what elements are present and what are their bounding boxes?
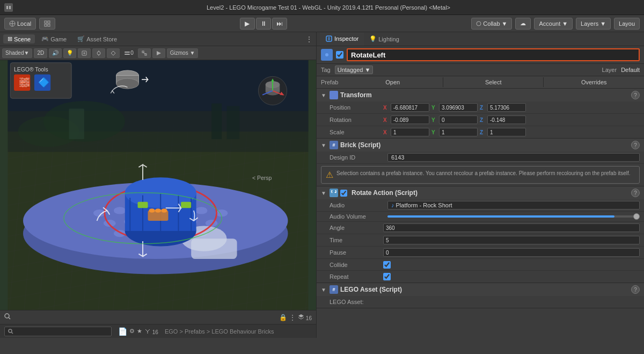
lock-icon[interactable]: 🔒	[279, 314, 287, 321]
gameobject-active-checkbox[interactable]	[336, 51, 343, 59]
svg-point-33	[114, 207, 126, 214]
account-button[interactable]: Account ▼	[534, 18, 573, 30]
transform-help-button[interactable]: ?	[631, 91, 640, 99]
rotation-z-input[interactable]: -0.148	[487, 115, 526, 124]
layer-count: 16	[298, 314, 312, 321]
audio-clip[interactable]: ♪ Platform - Rock Short	[387, 201, 640, 209]
local-button[interactable]: Local	[4, 18, 36, 30]
tab-game[interactable]: 🎮 Game	[37, 34, 71, 44]
scene-menu-icon[interactable]: ⋮	[289, 314, 296, 321]
inspector-content: ▼ Transform ? Position X -6.680817	[317, 89, 644, 338]
svg-line-17	[143, 53, 145, 54]
angle-input[interactable]: 360	[383, 223, 640, 232]
position-y-input[interactable]: 3.096903	[439, 103, 478, 112]
rotation-x-input[interactable]: -0.089	[391, 115, 429, 124]
settings-icon[interactable]: ⚙	[129, 328, 135, 335]
snap-toggle[interactable]	[107, 48, 120, 58]
transform-icon	[330, 91, 338, 99]
position-z-input[interactable]: 5.17306	[487, 103, 526, 112]
transform-section: ▼ Transform ? Position X -6.680817	[317, 89, 644, 139]
svg-point-37	[195, 207, 208, 214]
pause-input[interactable]: 0	[383, 248, 640, 257]
scale-xyz: X 1 Y 1 Z 1	[383, 128, 640, 136]
transform-header[interactable]: ▼ Transform ?	[317, 89, 644, 102]
tag-dropdown[interactable]: Untagged ▼	[335, 66, 374, 74]
rotate-action-header[interactable]: ▼ Rotate Action (Script) ?	[317, 186, 644, 199]
brick-script-icon: #	[330, 141, 338, 149]
design-id-input[interactable]: 6143	[387, 153, 640, 162]
collide-checkbox[interactable]	[383, 261, 391, 269]
window-title: Level2 - LEGO Microgame Test 01 - WebGL …	[17, 4, 640, 11]
tab-scene[interactable]: ⊞ Scene	[3, 34, 35, 44]
overlay-toggle[interactable]	[92, 48, 105, 58]
add-button[interactable]: 📄	[118, 327, 127, 336]
shaded-dropdown[interactable]: Shaded ▼	[2, 48, 32, 58]
svg-text:LEGO® Tools: LEGO® Tools	[14, 67, 48, 73]
svg-rect-6	[45, 24, 47, 26]
repeat-checkbox[interactable]	[383, 273, 391, 280]
lego-asset-section: ▼ # LEGO Asset (Script) ? LEGO Asset:	[317, 283, 644, 308]
scale-z-input[interactable]: 1	[487, 128, 526, 136]
scale-x-input[interactable]: 1	[391, 128, 429, 136]
scene-panel-menu[interactable]: ⋮	[305, 35, 313, 44]
svg-rect-66	[181, 202, 191, 208]
inspector-panel: Inspector 💡 Lighting Tag Untagged ▼ Laye…	[317, 32, 644, 338]
lego-asset-header[interactable]: ▼ # LEGO Asset (Script) ?	[317, 283, 644, 296]
prefab-select-button[interactable]: Select	[443, 77, 544, 87]
rotation-y-input[interactable]: 0	[439, 115, 478, 124]
lego-asset-icon: #	[330, 285, 338, 294]
tab-inspector[interactable]: Inspector	[320, 32, 364, 46]
grid-button[interactable]	[39, 18, 55, 30]
pause-row: Pause 0	[317, 247, 644, 259]
scene-panel: ⊞ Scene 🎮 Game 🛒 Asset Store ⋮ Shaded ▼	[0, 32, 317, 338]
time-input[interactable]: 5	[383, 236, 640, 244]
step-button[interactable]: ⏭	[272, 18, 287, 30]
lego-asset-content: LEGO Asset:	[317, 296, 644, 308]
collab-button[interactable]: Collab ▼	[471, 18, 512, 30]
brick-script-section: ▼ # Brick (Script) ? Design ID 6143 ⚠ Se…	[317, 139, 644, 186]
layout-button[interactable]: Layou	[614, 18, 640, 30]
2d-toggle[interactable]: 2D	[34, 48, 47, 58]
tab-lighting[interactable]: 💡 Lighting	[364, 32, 405, 46]
audio-volume-slider[interactable]	[387, 215, 640, 218]
tab-asset-store[interactable]: 🛒 Asset Store	[73, 34, 121, 44]
transform-arrow-icon: ▼	[321, 92, 327, 98]
position-x-field: X -6.680817	[383, 103, 429, 112]
scene-view[interactable]: < Persp LEGO® Tools 🧱 🔷	[0, 60, 316, 310]
cloud-button[interactable]: ☁	[515, 18, 531, 30]
brick-script-header[interactable]: ▼ # Brick (Script) ?	[317, 139, 644, 151]
prefab-open-button[interactable]: Open	[342, 77, 443, 87]
prefab-overrides-button[interactable]: Overrides	[544, 77, 644, 87]
position-xyz: X -6.680817 Y 3.096903 Z 5.17306	[383, 103, 640, 112]
layers-button[interactable]: Layers ▼	[576, 18, 611, 30]
lighting-toggle[interactable]: 💡	[63, 48, 76, 58]
position-x-input[interactable]: -6.680817	[391, 103, 429, 112]
svg-rect-15	[142, 51, 144, 53]
lego-asset-help-button[interactable]: ?	[631, 285, 640, 294]
rotate-action-help-button[interactable]: ?	[631, 189, 640, 197]
prefab-row: Prefab Open Select Overrides	[317, 76, 644, 89]
svg-point-63	[155, 208, 161, 213]
additional-tool1[interactable]	[152, 48, 165, 58]
search-input[interactable]	[16, 328, 101, 334]
rotate-action-section: ▼ Rotate Action (Script) ? Audio ♪ Platf…	[317, 186, 644, 283]
transform-tool[interactable]	[138, 48, 151, 58]
svg-rect-16	[145, 54, 147, 55]
rotation-z-field: Z -0.148	[480, 115, 526, 124]
gameobject-name-input[interactable]	[347, 48, 640, 61]
svg-point-62	[149, 208, 155, 213]
brick-help-button[interactable]: ?	[631, 141, 640, 149]
search-icon	[4, 313, 11, 321]
collide-row: Collide	[317, 259, 644, 271]
play-button[interactable]: ▶	[240, 18, 255, 30]
fx-toggle[interactable]	[78, 48, 91, 58]
rotate-action-arrow-icon: ▼	[321, 190, 327, 196]
rotate-action-checkbox[interactable]	[340, 190, 347, 197]
star-icon[interactable]: ★	[137, 328, 142, 335]
gizmos-dropdown[interactable]: Gizmos ▼	[167, 48, 199, 58]
svg-rect-2	[9, 6, 11, 9]
audio-toggle[interactable]: 🔊	[49, 48, 62, 58]
scale-y-input[interactable]: 1	[439, 128, 478, 136]
scene-bottom-bar: 🔒 ⋮ 16	[0, 310, 316, 324]
pause-button[interactable]: ⏸	[256, 18, 271, 30]
